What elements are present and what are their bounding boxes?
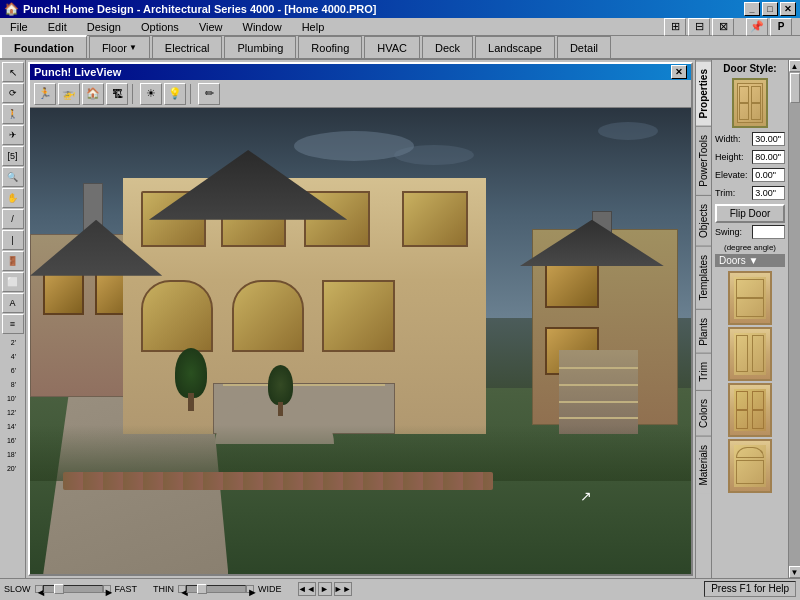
main-layout: ↖ ⟳ 🚶 ✈ [5] 🔍 ✋ / | 🚪 ⬜ A ≡ 2' 4' 6' 8' …	[0, 60, 800, 578]
lv-build-btn[interactable]: 🏗	[106, 83, 128, 105]
lv-separator-1	[132, 84, 136, 104]
tab-plumbing[interactable]: Plumbing	[224, 36, 296, 58]
view3-icon[interactable]: ⊠	[712, 18, 734, 36]
select-tool[interactable]: ↖	[2, 62, 24, 82]
help-text: Press F1 for Help	[704, 581, 796, 597]
lv-sun-btn[interactable]: ☀	[140, 83, 162, 105]
window-arch-2	[232, 280, 305, 352]
app-title: Punch! Home Design - Architectural Serie…	[23, 3, 377, 15]
flip-door-button[interactable]: Flip Door	[715, 204, 785, 223]
lv-pencil-btn[interactable]: ✏	[198, 83, 220, 105]
door-tool[interactable]: 🚪	[2, 251, 24, 271]
door-thumb-3[interactable]	[728, 383, 772, 437]
lv-walk-btn[interactable]: 🏃	[34, 83, 56, 105]
scroll-thumb[interactable]	[790, 73, 800, 103]
play-btn[interactable]: ►	[318, 582, 332, 596]
thin-label: THIN	[153, 584, 174, 594]
trim-value[interactable]: 3.00"	[752, 186, 785, 200]
scroll-down-arrow[interactable]: ▼	[789, 566, 801, 578]
scroll-track[interactable]	[789, 72, 801, 566]
tab-detail[interactable]: Detail	[557, 36, 611, 58]
line-tool[interactable]: /	[2, 209, 24, 229]
liveview-close-button[interactable]: ✕	[671, 65, 687, 79]
elevate-value[interactable]: 0.00"	[752, 168, 785, 182]
thin-right-arrow[interactable]: ►	[246, 585, 254, 593]
liveview-title: Punch! LiveView ✕	[30, 64, 691, 80]
door-style-label: Door Style:	[715, 63, 785, 74]
tab-deck[interactable]: Deck	[422, 36, 473, 58]
menu-design[interactable]: Design	[81, 20, 127, 34]
tab-roofing[interactable]: Roofing	[298, 36, 362, 58]
door-thumb-1[interactable]	[728, 271, 772, 325]
right-panel: Properties PowerTools Objects Templates …	[695, 60, 800, 578]
walk-tool[interactable]: 🚶	[2, 104, 24, 124]
vtab-powertools[interactable]: PowerTools	[696, 126, 711, 195]
menu-help[interactable]: Help	[296, 20, 331, 34]
tab-landscape[interactable]: Landscape	[475, 36, 555, 58]
window-right-1	[545, 259, 599, 307]
swing-value[interactable]	[752, 225, 785, 239]
speed-right-arrow[interactable]: ►	[103, 585, 111, 593]
lv-light-btn[interactable]: 💡	[164, 83, 186, 105]
text-tool[interactable]: A	[2, 293, 24, 313]
pin-icon[interactable]: 📌	[746, 18, 768, 36]
vtab-materials[interactable]: Materials	[696, 436, 711, 494]
width-thumb[interactable]	[197, 584, 207, 594]
tab-foundation[interactable]: Foundation	[0, 35, 87, 58]
menu-window[interactable]: Window	[237, 20, 288, 34]
menu-bar: File Edit Design Options View Window Hel…	[0, 18, 800, 36]
cursor-indicator: ↗	[580, 488, 592, 504]
rotate-tool[interactable]: ⟳	[2, 83, 24, 103]
vtab-colors[interactable]: Colors	[696, 390, 711, 436]
window-tool[interactable]: ⬜	[2, 272, 24, 292]
stair-tool[interactable]: ≡	[2, 314, 24, 334]
view2-icon[interactable]: ⊟	[688, 18, 710, 36]
door-thumb-2[interactable]	[728, 327, 772, 381]
speed-thumb[interactable]	[54, 584, 64, 594]
speed-left-arrow[interactable]: ◄	[35, 585, 43, 593]
menu-options[interactable]: Options	[135, 20, 185, 34]
menu-view[interactable]: View	[193, 20, 229, 34]
menu-file[interactable]: File	[4, 20, 34, 34]
speed-slider[interactable]	[43, 585, 103, 593]
zoom-tool[interactable]: 🔍	[2, 167, 24, 187]
height-value[interactable]: 80.00"	[752, 150, 785, 164]
hand-tool[interactable]: ✋	[2, 188, 24, 208]
wide-label: WIDE	[258, 584, 282, 594]
liveview-content[interactable]: ↗	[30, 108, 691, 574]
door-thumb-4[interactable]	[728, 439, 772, 493]
menu-edit[interactable]: Edit	[42, 20, 73, 34]
forward-btn[interactable]: ►►	[334, 582, 352, 596]
swing-sublabel: (degree angle)	[715, 243, 785, 252]
vtab-plants[interactable]: Plants	[696, 309, 711, 354]
lv-fly-btn[interactable]: 🚁	[58, 83, 80, 105]
fly-tool[interactable]: ✈	[2, 125, 24, 145]
scroll-up-arrow[interactable]: ▲	[789, 60, 801, 72]
lv-outside-btn[interactable]: 🏠	[82, 83, 104, 105]
liveview-toolbar: 🏃 🚁 🏠 🏗 ☀ 💡 ✏	[30, 80, 691, 108]
width-value[interactable]: 30.00"	[752, 132, 785, 146]
slow-label: SLOW	[4, 584, 31, 594]
stone-edging	[63, 472, 493, 491]
liveview-title-text: Punch! LiveView	[34, 66, 121, 78]
punch-icon[interactable]: P	[770, 18, 792, 36]
grid-icon[interactable]: ⊞	[664, 18, 686, 36]
vtab-trim[interactable]: Trim	[696, 353, 711, 390]
width-slider[interactable]	[186, 585, 246, 593]
vtab-templates[interactable]: Templates	[696, 246, 711, 309]
vtab-properties[interactable]: Properties	[696, 60, 711, 126]
maximize-button[interactable]: □	[762, 2, 778, 16]
vtab-objects[interactable]: Objects	[696, 195, 711, 246]
rewind-btn[interactable]: ◄◄	[298, 582, 316, 596]
tab-electrical[interactable]: Electrical	[152, 36, 223, 58]
tab-hvac[interactable]: HVAC	[364, 36, 420, 58]
view-controls: ◄◄ ► ►►	[298, 582, 352, 596]
doors-section-header[interactable]: Doors ▼	[715, 254, 785, 267]
measure-tool[interactable]: [5]	[2, 146, 24, 166]
tab-floor[interactable]: Floor ▼	[89, 36, 150, 58]
wall-tool[interactable]: |	[2, 230, 24, 250]
minimize-button[interactable]: _	[744, 2, 760, 16]
close-button[interactable]: ✕	[780, 2, 796, 16]
status-bar: SLOW ◄ ► FAST THIN ◄ ► WIDE ◄◄ ► ►► Pres…	[0, 578, 800, 598]
thin-left-arrow[interactable]: ◄	[178, 585, 186, 593]
